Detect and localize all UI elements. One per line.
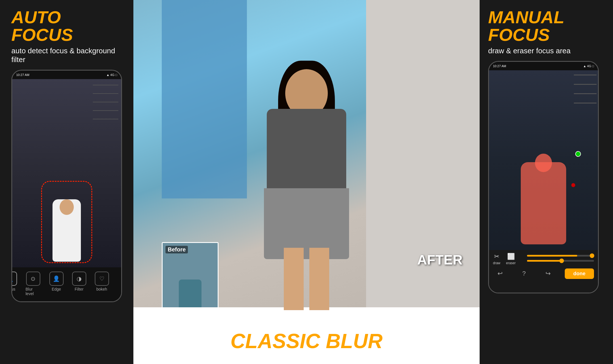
toolbar-item-bokeh[interactable]: ♡ bokeh [95, 272, 109, 296]
right-phone-mockup: 10:27 AM ▲ 4G □ [488, 61, 599, 293]
red-dot [571, 183, 575, 187]
right-phone-content: ✂ draw ⬜ eraser [489, 70, 598, 293]
center-section: Before AFTER CLASSIC BLUR [133, 0, 480, 364]
center-woman-container [236, 55, 377, 310]
center-main-photo: Before AFTER CLASSIC BLUR [133, 0, 480, 364]
focus-icon-box: 👤 [11, 272, 17, 286]
right-leg [309, 248, 329, 310]
woman-bottom [264, 188, 349, 259]
scissors-icon: ✂ [494, 253, 499, 260]
shelf-area [93, 85, 118, 127]
auto-focus-subtitle: auto detect focus & background filter [11, 46, 125, 64]
top-slider-thumb [590, 253, 594, 258]
sliders-area [524, 255, 594, 263]
top-slider-track[interactable] [527, 255, 594, 257]
toolbar-item-filter[interactable]: ◑ Filter [72, 272, 86, 296]
edge-label: Edge [52, 287, 61, 291]
left-status-signal: ▲ 4G □ [106, 73, 117, 77]
auto-focus-title: AUTO FOCUS [11, 9, 125, 44]
classic-blur-label: CLASSIC BLUR [133, 329, 480, 353]
left-phone-toolbar: 👤 Focus ⊙ Blur level 👤 Edge ◑ Filter [12, 267, 121, 301]
manual-focus-subtitle: draw & eraser focus area [488, 46, 570, 55]
bottom-slider-thumb [559, 259, 564, 263]
draw-tools-row: ✂ draw ⬜ eraser [493, 253, 594, 265]
filter-icon-box: ◑ [72, 272, 86, 286]
left-section: AUTO FOCUS auto detect focus & backgroun… [0, 0, 133, 364]
eraser-tool[interactable]: ⬜ eraser [506, 253, 516, 265]
manual-focus-title: MANUAL FOCUS [488, 9, 604, 44]
bokeh-label: bokeh [96, 287, 107, 291]
eraser-icon: ⬜ [507, 253, 515, 260]
blur-label: Blur level [26, 287, 41, 296]
left-leg [284, 248, 304, 310]
filter-label: Filter [75, 287, 83, 291]
before-label: Before [165, 246, 188, 253]
toolbar-item-blur[interactable]: ⊙ Blur level [26, 272, 41, 296]
right-status-signal: ▲ 4G □ [583, 64, 594, 68]
bottom-slider-row [524, 260, 594, 262]
left-status-time: 10:27 AM [16, 73, 29, 77]
draw-tool[interactable]: ✂ draw [493, 253, 500, 265]
bottom-actions-row: ↩ ? ↪ done [493, 268, 594, 279]
right-shelf-area [574, 75, 597, 112]
draw-label: draw [493, 261, 500, 265]
done-button[interactable]: done [565, 268, 594, 279]
right-phone-status-bar: 10:27 AM ▲ 4G □ [489, 62, 598, 70]
left-phone-image-area [12, 79, 121, 267]
right-phone-photo [489, 70, 598, 250]
undo-button[interactable]: ↩ [493, 268, 507, 279]
eraser-label: eraser [506, 261, 516, 265]
blur-icon-box: ⊙ [26, 272, 40, 286]
blue-panel-bg [162, 0, 247, 198]
edge-icon-box: 👤 [49, 272, 64, 286]
left-phone-content: 👤 Focus ⊙ Blur level 👤 Edge ◑ Filter [12, 79, 121, 301]
top-slider-row [524, 255, 594, 257]
toolbar-item-focus[interactable]: 👤 Focus [11, 272, 17, 296]
top-slider-fill [527, 255, 577, 257]
bottom-slider-fill [527, 260, 564, 262]
right-woman-highlight [521, 162, 566, 244]
toolbar-icons-row: 👤 Focus ⊙ Blur level 👤 Edge ◑ Filter [11, 272, 122, 296]
help-button[interactable]: ? [517, 268, 531, 279]
red-selection-outline [41, 181, 92, 263]
toolbar-item-edge[interactable]: 👤 Edge [49, 272, 64, 296]
focus-label: Focus [11, 287, 15, 291]
right-woman-head-highlight [535, 154, 552, 172]
right-section: MANUAL FOCUS draw & eraser focus area 10… [480, 0, 613, 364]
left-phone-mockup: 10:27 AM ▲ 4G □ [11, 70, 122, 302]
left-phone-status-bar: 10:27 AM ▲ 4G □ [12, 71, 121, 79]
right-phone-toolbar: ✂ draw ⬜ eraser [489, 250, 598, 293]
bottom-slider-track[interactable] [527, 260, 594, 262]
left-phone-photo [12, 79, 121, 267]
redo-button[interactable]: ↪ [541, 268, 555, 279]
right-status-time: 10:27 AM [493, 64, 506, 68]
bokeh-icon-box: ♡ [95, 272, 109, 286]
right-phone-image-area [489, 70, 598, 250]
after-label: AFTER [417, 252, 463, 268]
download-icon[interactable]: ⬇ [117, 272, 122, 286]
